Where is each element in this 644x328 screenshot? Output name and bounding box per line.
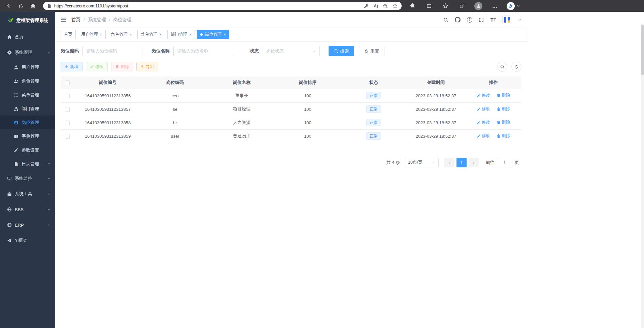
globe-icon bbox=[7, 223, 12, 227]
export-button[interactable]: 导出 bbox=[136, 62, 158, 71]
app-logo[interactable]: 意框架管理系统 bbox=[0, 12, 55, 29]
page-size-select[interactable]: 10条/页 bbox=[405, 158, 439, 167]
column-header-post-name: 岗位名称 bbox=[209, 76, 275, 89]
tab-close-icon[interactable]: × bbox=[223, 32, 226, 37]
more-menu-icon[interactable]: … bbox=[490, 1, 500, 11]
tab-close-icon[interactable]: × bbox=[189, 32, 192, 37]
page-1-button[interactable]: 1 bbox=[456, 158, 467, 167]
address-bar[interactable]: A) bbox=[43, 2, 402, 10]
cell-post-name: 董事长 bbox=[209, 89, 275, 102]
tab-close-icon[interactable]: × bbox=[130, 32, 132, 37]
post-name-input[interactable] bbox=[173, 46, 233, 56]
tab-user-mgmt[interactable]: 用户管理 × bbox=[78, 30, 106, 39]
row-checkbox[interactable] bbox=[65, 107, 70, 112]
sidebar-item-post-mgmt[interactable]: 岗位管理 bbox=[0, 116, 55, 129]
row-edit-link[interactable]: 修改 bbox=[477, 106, 490, 112]
tab-close-icon[interactable]: × bbox=[100, 32, 102, 37]
browser-profile-avatar[interactable] bbox=[474, 1, 483, 11]
zoom-out-icon[interactable] bbox=[383, 3, 388, 8]
row-edit-link[interactable]: 修改 bbox=[477, 133, 490, 139]
sidebar-item-yi-framework[interactable]: Yi框架 bbox=[0, 233, 55, 248]
search-icon[interactable] bbox=[443, 17, 448, 23]
delete-button[interactable]: 删除 bbox=[111, 62, 133, 71]
table-row: 1641030593112313856 ceo 董事长 100 正常 2023-… bbox=[61, 89, 521, 102]
scrollbar-thumb[interactable] bbox=[641, 25, 644, 75]
row-delete-link[interactable]: 删除 bbox=[497, 106, 510, 112]
row-delete-link[interactable]: 删除 bbox=[497, 93, 510, 98]
read-aloud-icon[interactable]: A) bbox=[374, 4, 378, 8]
sidebar-item-menu-mgmt[interactable]: 菜单管理 bbox=[0, 88, 55, 102]
refresh-page-icon[interactable] bbox=[16, 1, 26, 11]
cell-created-time: 2023-03-29 18:52:37 bbox=[407, 102, 465, 116]
edit-button[interactable]: 修改 bbox=[86, 62, 108, 71]
bing-copilot-icon[interactable]: b bbox=[507, 2, 515, 10]
sidebar-item-system-tools[interactable]: 系统工具 bbox=[0, 186, 55, 202]
browser-home-icon[interactable] bbox=[28, 1, 38, 11]
row-checkbox[interactable] bbox=[65, 134, 70, 139]
search-button[interactable]: 搜索 bbox=[329, 46, 354, 56]
row-edit-link[interactable]: 修改 bbox=[477, 120, 490, 125]
select-all-checkbox[interactable] bbox=[65, 80, 70, 85]
sidebar-item-erp[interactable]: ERP bbox=[0, 217, 55, 233]
github-icon[interactable] bbox=[455, 17, 461, 23]
user-icon bbox=[14, 65, 19, 70]
row-checkbox[interactable] bbox=[65, 121, 70, 125]
sidebar-item-role-mgmt[interactable]: 角色管理 bbox=[0, 74, 55, 88]
app-title: 意框架管理系统 bbox=[16, 18, 48, 24]
row-checkbox[interactable] bbox=[65, 94, 70, 98]
post-name-label: 岗位名称 bbox=[151, 48, 170, 54]
reset-button[interactable]: 重置 bbox=[359, 46, 384, 56]
tab-menu-mgmt[interactable]: 菜单管理 × bbox=[137, 30, 165, 39]
tab-home[interactable]: 首页 bbox=[61, 30, 76, 39]
sidebar-item-label: 系统监控 bbox=[15, 175, 32, 182]
delete-button-label: 删除 bbox=[121, 64, 129, 70]
sidebar-toggle-icon[interactable] bbox=[61, 17, 66, 23]
tab-label: 部门管理 bbox=[171, 32, 188, 37]
sidebar-item-param-settings[interactable]: 参数设置 bbox=[0, 143, 55, 157]
password-key-icon[interactable] bbox=[364, 3, 369, 8]
refresh-table-button[interactable] bbox=[511, 62, 521, 72]
page-info-icon[interactable] bbox=[47, 4, 52, 8]
sidebar-item-dict-mgmt[interactable]: 字典管理 bbox=[0, 129, 55, 143]
back-icon[interactable] bbox=[4, 1, 13, 11]
show-search-toggle-button[interactable] bbox=[497, 62, 507, 72]
tab-post-mgmt[interactable]: 岗位管理 × bbox=[197, 30, 229, 39]
tab-close-icon[interactable]: × bbox=[159, 32, 162, 37]
sidebar-item-log-mgmt[interactable]: 日志管理 bbox=[0, 157, 55, 171]
prev-page-button[interactable] bbox=[444, 158, 454, 167]
extensions-icon[interactable] bbox=[408, 1, 417, 11]
table-row: 1641030593112313859 user 普通员工 100 正常 202… bbox=[61, 129, 521, 143]
goto-page: 前往 页 bbox=[483, 158, 521, 167]
next-page-button[interactable] bbox=[469, 158, 479, 167]
sidebar-item-dept-mgmt[interactable]: 部门管理 bbox=[0, 102, 55, 116]
breadcrumb-item-home[interactable]: 首页 bbox=[71, 17, 80, 23]
collections-icon[interactable] bbox=[457, 1, 467, 11]
status-select[interactable]: 岗位状态 bbox=[263, 46, 320, 56]
add-button[interactable]: 新增 bbox=[61, 62, 82, 71]
user-avatar[interactable] bbox=[502, 15, 511, 24]
row-delete-link[interactable]: 删除 bbox=[497, 133, 510, 139]
goto-page-input[interactable] bbox=[497, 158, 512, 167]
page-scrollbar[interactable] bbox=[641, 24, 644, 328]
split-screen-icon[interactable] bbox=[424, 1, 434, 11]
sidebar-item-system-mgmt[interactable]: 系统管理 bbox=[0, 45, 55, 60]
sidebar-item-bbs[interactable]: BBS bbox=[0, 202, 55, 217]
breadcrumb-item-system-mgmt[interactable]: 系统管理 bbox=[80, 17, 106, 23]
sidebar-item-system-monitor[interactable]: 系统监控 bbox=[0, 171, 55, 186]
row-edit-link[interactable]: 修改 bbox=[477, 93, 490, 98]
avatar-caret-icon[interactable] bbox=[518, 18, 521, 22]
sidebar-item-home[interactable]: 首页 bbox=[0, 29, 55, 45]
row-delete-link[interactable]: 删除 bbox=[497, 120, 510, 125]
favorite-star-icon[interactable] bbox=[393, 3, 398, 8]
fullscreen-icon[interactable] bbox=[479, 17, 484, 23]
url-input[interactable] bbox=[54, 4, 359, 8]
toolbar-caret-icon[interactable] bbox=[517, 4, 520, 8]
font-size-icon[interactable]: TT bbox=[490, 17, 496, 23]
help-icon[interactable]: ? bbox=[467, 17, 472, 23]
tab-label: 首页 bbox=[64, 32, 72, 37]
tab-dept-mgmt[interactable]: 部门管理 × bbox=[167, 30, 195, 39]
post-code-input[interactable] bbox=[82, 46, 142, 56]
favorites-bar-icon[interactable] bbox=[441, 1, 450, 11]
sidebar-item-user-mgmt[interactable]: 用户管理 bbox=[0, 60, 55, 74]
tab-role-mgmt[interactable]: 角色管理 × bbox=[108, 30, 136, 39]
